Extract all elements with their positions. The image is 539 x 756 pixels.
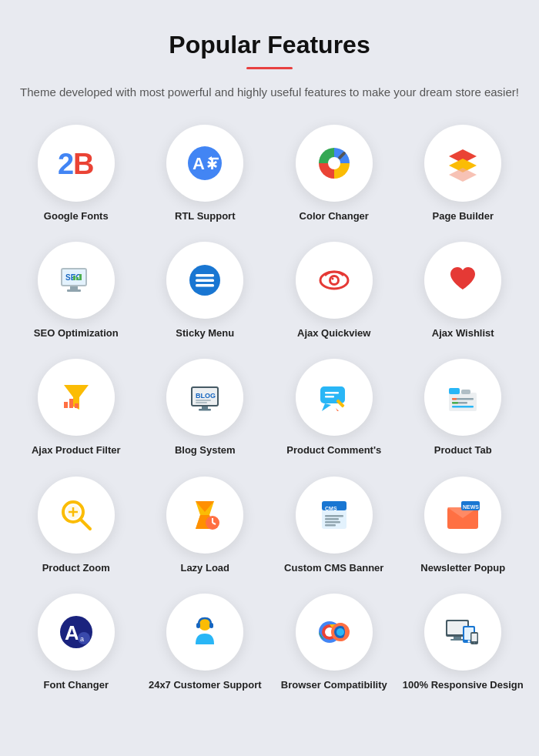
newsletter-popup-label: Newsletter Popup: [420, 561, 505, 575]
feature-ajax-quickview: Ajax Quickview: [273, 242, 395, 340]
svg-text:BLOG: BLOG: [196, 392, 216, 400]
svg-rect-37: [202, 406, 208, 409]
svg-marker-40: [322, 403, 331, 411]
svg-rect-80: [196, 623, 200, 628]
svg-marker-11: [449, 168, 477, 182]
google-fonts-label: Google Fonts: [44, 209, 109, 223]
font-changer-label: Font Changer: [44, 678, 109, 692]
svg-rect-21: [196, 274, 214, 277]
svg-rect-90: [454, 637, 461, 639]
svg-rect-42: [325, 396, 334, 398]
feature-product-comments: Product Comment's: [273, 359, 395, 457]
feature-google-fonts: 2 B Google Fonts: [15, 125, 137, 223]
ajax-quickview-label: Ajax Quickview: [297, 326, 370, 340]
custom-cms-banner-label: Custom CMS Banner: [284, 561, 383, 575]
custom-cms-banner-icon-circle: CMS: [296, 477, 373, 554]
feature-seo-optimization: SEO SEO Optimization: [15, 242, 137, 340]
svg-rect-69: [325, 521, 340, 524]
seo-optimization-label: SEO Optimization: [34, 326, 119, 340]
responsive-design-label: 100% Responsive Design: [403, 678, 524, 692]
svg-line-55: [81, 520, 90, 529]
responsive-design-icon: [443, 612, 483, 652]
seo-optimization-icon-circle: SEO: [38, 242, 115, 319]
sticky-menu-label: Sticky Menu: [176, 326, 234, 340]
svg-rect-91: [450, 639, 464, 641]
rtl-support-icon: A ✱: [185, 143, 225, 183]
product-zoom-icon-circle: [38, 477, 115, 554]
svg-rect-18: [76, 277, 79, 280]
feature-product-zoom: Product Zoom: [15, 477, 137, 575]
svg-text:a: a: [80, 635, 84, 643]
page-builder-icon: [443, 143, 483, 183]
svg-point-87: [336, 628, 344, 636]
sticky-menu-icon: [185, 260, 225, 300]
ajax-wishlist-icon: [443, 260, 483, 300]
svg-rect-38: [199, 409, 211, 411]
svg-rect-17: [73, 276, 75, 280]
product-tab-icon-circle: [424, 359, 501, 436]
feature-customer-support: 24x7 Customer Support: [145, 594, 266, 692]
svg-rect-16: [67, 289, 81, 292]
ajax-product-filter-icon: [56, 377, 96, 417]
feature-rtl-support: A ✱ RTL Support: [145, 125, 266, 223]
svg-point-7: [328, 157, 340, 169]
customer-support-icon-circle: [166, 594, 243, 671]
product-tab-label: Product Tab: [434, 443, 492, 457]
seo-optimization-icon: SEO: [56, 260, 96, 300]
feature-browser-compatibility: Browser Compatibility: [273, 594, 395, 692]
svg-text:A: A: [192, 154, 205, 173]
svg-point-97: [474, 642, 475, 644]
browser-compatibility-icon-circle: [296, 594, 373, 671]
responsive-design-icon-circle: [424, 594, 501, 671]
page: Popular Features Theme developed with mo…: [0, 0, 539, 723]
ajax-product-filter-label: Ajax Product Filter: [32, 443, 121, 457]
google-fonts-icon: 2 B: [56, 143, 96, 183]
svg-text:CMS: CMS: [325, 506, 337, 511]
custom-cms-banner-icon: CMS: [314, 495, 354, 535]
svg-text:2: 2: [58, 148, 74, 180]
color-changer-icon-circle: [296, 125, 373, 202]
svg-rect-50: [452, 398, 457, 400]
font-changer-icon-circle: A a: [38, 594, 115, 671]
svg-rect-46: [449, 388, 460, 394]
svg-rect-41: [325, 392, 339, 394]
feature-sticky-menu: Sticky Menu: [145, 242, 266, 340]
svg-marker-44: [336, 408, 339, 411]
blog-system-icon-circle: BLOG: [166, 359, 243, 436]
svg-rect-70: [325, 524, 336, 527]
svg-rect-19: [79, 274, 82, 280]
color-changer-label: Color Changer: [300, 209, 369, 223]
page-builder-label: Page Builder: [433, 209, 494, 223]
customer-support-label: 24x7 Customer Support: [149, 678, 262, 692]
ajax-wishlist-icon-circle: [424, 242, 501, 319]
blog-system-label: Blog System: [175, 443, 236, 457]
product-tab-icon: [443, 377, 483, 417]
title-underline: [246, 67, 293, 69]
sticky-menu-icon-circle: [166, 242, 243, 319]
svg-rect-47: [461, 390, 470, 394]
svg-text:A: A: [65, 621, 79, 644]
blog-system-icon: BLOG: [185, 377, 225, 417]
svg-rect-30: [69, 399, 73, 408]
feature-blog-system: BLOG Blog System: [145, 359, 266, 457]
product-comments-icon: [314, 377, 354, 417]
feature-product-tab: Product Tab: [403, 359, 524, 457]
feature-responsive-design: 100% Responsive Design: [403, 594, 524, 692]
svg-rect-51: [452, 402, 458, 404]
google-fonts-icon-circle: 2 B: [38, 125, 115, 202]
features-grid: 2 B Google Fonts A ✱: [15, 125, 524, 692]
svg-rect-81: [209, 623, 213, 628]
lazy-load-icon: [185, 495, 225, 535]
rtl-support-label: RTL Support: [175, 209, 235, 223]
product-zoom-icon: [56, 495, 96, 535]
page-subtitle: Theme developed with most powerful and h…: [15, 83, 524, 102]
newsletter-popup-icon-circle: NEWS: [424, 477, 501, 554]
ajax-quickview-icon: [314, 260, 354, 300]
svg-point-27: [331, 278, 333, 280]
browser-compatibility-label: Browser Compatibility: [281, 678, 387, 692]
rtl-support-icon-circle: A ✱: [166, 125, 243, 202]
ajax-quickview-icon-circle: [296, 242, 373, 319]
color-changer-icon: [314, 143, 354, 183]
svg-rect-67: [325, 515, 343, 517]
svg-point-94: [468, 640, 470, 642]
